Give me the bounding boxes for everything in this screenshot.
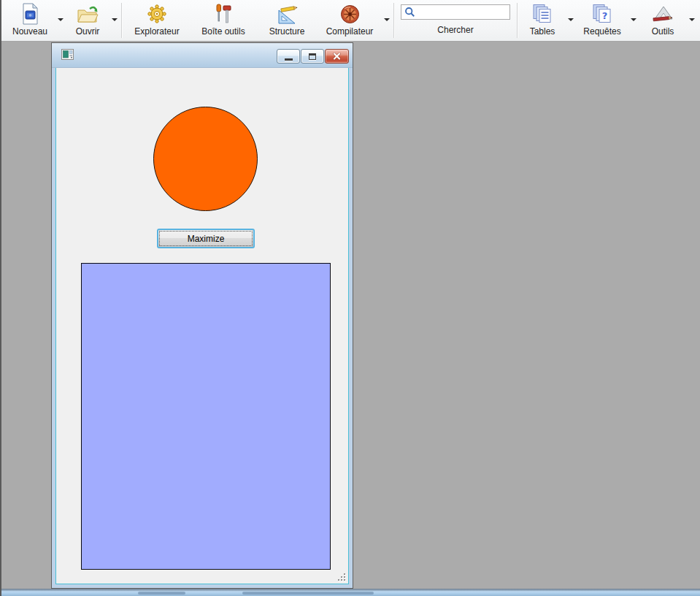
desktop: Nouveau Ouvrir: [0, 0, 700, 596]
toolbar-label-outils: Outils: [652, 26, 674, 37]
minimize-icon: [285, 58, 293, 61]
search-input[interactable]: [401, 4, 510, 20]
maximize-window-button[interactable]: [301, 49, 324, 64]
toolbar-label-requetes: Requêtes: [583, 26, 620, 37]
tools-ruler-pencil-icon: [652, 2, 674, 26]
toolbar-label-nouveau: Nouveau: [12, 26, 47, 37]
toolbar-button-compilateur[interactable]: Compilateur: [318, 2, 392, 40]
app-window: Maximize: [51, 42, 353, 589]
toolbar-separator: [121, 3, 122, 38]
search-label: Chercher: [437, 25, 473, 35]
outils-dropdown-chevron-icon[interactable]: [689, 18, 695, 21]
toolbar-label-tables: Tables: [530, 26, 555, 37]
minimize-button[interactable]: [277, 49, 300, 64]
caption-button-group: [276, 49, 349, 64]
toolbar-label-ouvrir: Ouvrir: [76, 26, 100, 37]
resize-grip[interactable]: [336, 571, 347, 582]
toolbar-button-tables[interactable]: Tables: [519, 2, 576, 40]
open-folder-icon: [77, 2, 99, 26]
tables-dropdown-chevron-icon[interactable]: [568, 18, 574, 21]
toolbar-button-explorateur[interactable]: Explorateur: [123, 2, 191, 40]
compilateur-dropdown-chevron-icon[interactable]: [384, 18, 390, 21]
explorer-gear-icon: [147, 2, 167, 26]
maximize-icon: [309, 53, 316, 60]
set-square-pencil-icon: [276, 2, 298, 26]
compiler-compass-icon: [340, 2, 360, 26]
requetes-dropdown-chevron-icon[interactable]: [631, 18, 636, 21]
toolbar-label-structure: Structure: [269, 26, 305, 37]
queries-documents-icon: ?: [592, 2, 612, 26]
nouveau-dropdown-chevron-icon[interactable]: [58, 18, 64, 21]
toolbar-button-structure[interactable]: Structure: [256, 2, 318, 40]
toolbar-separator: [393, 3, 394, 38]
main-toolbar: Nouveau Ouvrir: [1, 0, 700, 42]
orange-circle-shape: [153, 107, 258, 211]
close-button[interactable]: [325, 49, 349, 64]
blue-rectangle-shape: [81, 263, 331, 570]
window-app-icon: [61, 49, 74, 61]
toolbar-search-group: Chercher: [396, 2, 515, 40]
tables-documents-icon: [532, 2, 553, 26]
maximize-button-label: Maximize: [188, 234, 225, 244]
strip-segment: [242, 592, 374, 595]
toolbar-button-outils[interactable]: Outils: [639, 2, 697, 40]
new-document-icon: [20, 2, 39, 26]
ouvrir-dropdown-chevron-icon[interactable]: [112, 18, 118, 21]
window-titlebar[interactable]: [52, 43, 353, 68]
toolbar-label-boite-outils: Boîte outils: [201, 26, 245, 37]
toolbar-label-explorateur: Explorateur: [134, 26, 179, 37]
toolbar-button-nouveau[interactable]: Nouveau: [4, 2, 66, 40]
toolbar-button-requetes[interactable]: ? Requêtes: [576, 2, 639, 40]
svg-text:?: ?: [602, 10, 608, 21]
strip-segment: [138, 592, 185, 595]
bottom-window-edge-strip: [1, 589, 700, 596]
toolbar-label-compilateur: Compilateur: [326, 26, 374, 37]
resize-grip-icon: [336, 571, 347, 582]
toolbar-button-ouvrir[interactable]: Ouvrir: [66, 2, 120, 40]
close-icon: [333, 53, 341, 60]
toolbar-separator: [517, 3, 518, 38]
toolbar-button-boite-outils[interactable]: Boîte outils: [191, 2, 256, 40]
window-client-area: Maximize: [55, 68, 349, 584]
window-frame: Maximize: [52, 68, 353, 588]
toolbox-icon: [215, 2, 232, 26]
maximize-button[interactable]: Maximize: [157, 229, 255, 248]
